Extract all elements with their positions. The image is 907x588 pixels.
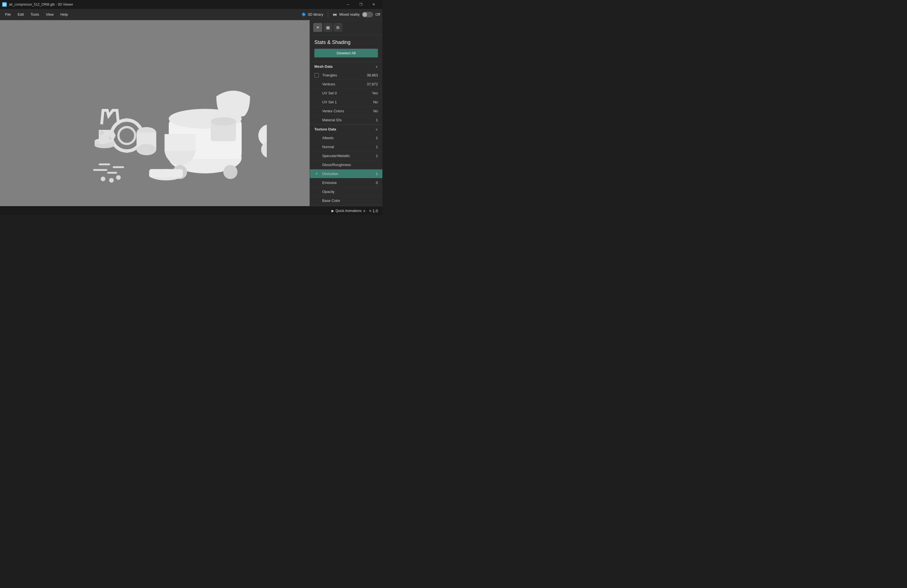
menu-help[interactable]: Help bbox=[58, 11, 71, 18]
svg-point-12 bbox=[119, 127, 135, 144]
normal-value: 1 bbox=[376, 145, 378, 149]
mr-toggle[interactable] bbox=[362, 12, 373, 18]
specular-metallic-value: 1 bbox=[376, 154, 378, 158]
library-button[interactable]: 🔷 3D library bbox=[301, 12, 323, 16]
mesh-data-label: Mesh Data bbox=[314, 64, 333, 69]
table-row[interactable]: Base Color bbox=[310, 196, 382, 205]
table-row[interactable]: Emissive 0 bbox=[310, 178, 382, 187]
table-row[interactable]: Opacity bbox=[310, 187, 382, 196]
app-icon: 3D bbox=[2, 2, 7, 7]
svg-point-33 bbox=[108, 137, 112, 140]
table-row[interactable]: Albedo 1 bbox=[310, 133, 382, 143]
sun-tool-button[interactable]: ☀ bbox=[313, 23, 322, 32]
table-row[interactable]: Specular/Metallic 1 bbox=[310, 152, 382, 160]
triangles-checkbox[interactable] bbox=[314, 73, 319, 78]
texture-data-label: Texture Data bbox=[314, 127, 336, 131]
table-row[interactable]: UV Set 1 No bbox=[310, 98, 382, 107]
mesh-data-chevron: ∨ bbox=[375, 65, 378, 69]
mixed-reality-section: 🥽 Mixed reality Off bbox=[333, 12, 380, 18]
panel-toolbar: ☀ ▦ ⊞ bbox=[310, 20, 382, 35]
grid-tool-button[interactable]: ⊞ bbox=[333, 23, 342, 32]
uv-set-0-value: Yes bbox=[372, 91, 378, 95]
vertex-colors-value: No bbox=[373, 109, 378, 113]
vertex-colors-label: Vertex Colors bbox=[322, 109, 373, 113]
bottom-bar: ▶ Quick Animations ∧ × 1.0 bbox=[0, 206, 382, 215]
svg-rect-4 bbox=[165, 134, 196, 151]
table-row[interactable]: Gloss/Roughness bbox=[310, 160, 382, 170]
emissive-label: Emissive bbox=[322, 181, 376, 185]
library-label: 3D library bbox=[308, 12, 323, 16]
emissive-value: 0 bbox=[376, 181, 378, 185]
title-bar: 3D air_compressor_512_ORM.glb - 3D Viewe… bbox=[0, 0, 382, 9]
occlusion-checkbox[interactable]: ✓ bbox=[314, 171, 319, 176]
menu-edit[interactable]: Edit bbox=[15, 11, 27, 18]
panel-title: Stats & Shading bbox=[310, 35, 382, 49]
material-ids-value: 1 bbox=[376, 118, 378, 122]
albedo-label: Albedo bbox=[322, 136, 376, 140]
specular-metallic-label: Specular/Metallic bbox=[322, 154, 376, 158]
svg-rect-22 bbox=[93, 169, 107, 171]
vertices-label: Vertices bbox=[322, 82, 367, 86]
triangles-value: 38,863 bbox=[367, 73, 378, 77]
menu-tools[interactable]: Tools bbox=[28, 11, 42, 18]
mr-toggle-knob bbox=[362, 12, 367, 17]
svg-point-8 bbox=[223, 165, 237, 179]
table-row[interactable]: ✓ Occlusion 1 bbox=[310, 170, 382, 178]
deselect-all-button[interactable]: Deselect All bbox=[314, 49, 378, 58]
svg-point-32 bbox=[99, 130, 104, 135]
table-row[interactable]: Vertices 37,872 bbox=[310, 80, 382, 89]
right-panel: ☀ ▦ ⊞ Stats & Shading Deselect All Mesh … bbox=[309, 20, 382, 206]
menu-file[interactable]: File bbox=[2, 11, 14, 18]
grid-icon: ⊞ bbox=[336, 25, 340, 30]
quick-anim-chevron-icon: ∧ bbox=[363, 209, 365, 213]
quick-anim-label: Quick Animations bbox=[336, 209, 362, 213]
viewport[interactable] bbox=[0, 20, 309, 206]
uv-set-1-label: UV Set 1 bbox=[322, 100, 373, 104]
texture-data-section-header[interactable]: Texture Data ∨ bbox=[310, 125, 382, 133]
title-bar-left: 3D air_compressor_512_ORM.glb - 3D Viewe… bbox=[2, 2, 73, 7]
uv-set-0-label: UV Set 0 bbox=[322, 91, 372, 95]
triangles-label: Triangles bbox=[322, 73, 367, 77]
model-container bbox=[0, 20, 309, 206]
table-row[interactable]: Vertex Colors No bbox=[310, 107, 382, 115]
svg-point-26 bbox=[116, 175, 121, 180]
menu-view[interactable]: View bbox=[43, 11, 56, 18]
maximize-button[interactable]: ❐ bbox=[354, 0, 367, 9]
base-color-label: Base Color bbox=[322, 199, 378, 203]
menu-left: File Edit Tools View Help bbox=[2, 11, 71, 18]
zoom-level: × 1.0 bbox=[369, 208, 378, 213]
panel-content: Stats & Shading Deselect All Mesh Data ∨… bbox=[310, 35, 382, 206]
menu-right: 🔷 3D library 🥽 Mixed reality Off bbox=[301, 11, 380, 18]
svg-point-6 bbox=[211, 117, 236, 126]
albedo-value: 1 bbox=[376, 136, 378, 140]
material-ids-label: Material IDs bbox=[322, 118, 376, 122]
quick-anim-icon: ▶ bbox=[332, 209, 334, 213]
svg-point-24 bbox=[101, 177, 105, 181]
svg-point-13 bbox=[125, 118, 128, 122]
minimize-button[interactable]: ─ bbox=[341, 0, 354, 9]
mesh-data-section-header[interactable]: Mesh Data ∨ bbox=[310, 62, 382, 71]
3d-model bbox=[43, 29, 267, 197]
normal-label: Normal bbox=[322, 145, 376, 149]
svg-rect-21 bbox=[113, 166, 124, 168]
close-button[interactable]: ✕ bbox=[367, 0, 380, 9]
table-row[interactable]: Material IDs 1 bbox=[310, 115, 382, 125]
quick-animations-button[interactable]: ▶ Quick Animations ∧ bbox=[332, 209, 366, 213]
occlusion-value: 1 bbox=[376, 171, 378, 176]
chart-tool-button[interactable]: ▦ bbox=[323, 23, 332, 32]
mr-icon: 🥽 bbox=[333, 12, 337, 16]
main-area: ☀ ▦ ⊞ Stats & Shading Deselect All Mesh … bbox=[0, 20, 382, 206]
svg-point-14 bbox=[125, 149, 128, 153]
table-row[interactable]: UV Set 0 Yes bbox=[310, 89, 382, 98]
table-row[interactable]: Triangles 38,863 bbox=[310, 71, 382, 80]
uv-set-1-value: No bbox=[373, 100, 378, 104]
title-bar-controls: ─ ❐ ✕ bbox=[341, 0, 380, 9]
window-title: air_compressor_512_ORM.glb - 3D Viewer bbox=[9, 3, 73, 6]
table-row[interactable]: Normal 1 bbox=[310, 143, 382, 152]
svg-rect-20 bbox=[99, 163, 110, 165]
mr-label: Mixed reality bbox=[339, 12, 360, 16]
opacity-label: Opacity bbox=[322, 189, 378, 194]
mr-state: Off bbox=[375, 12, 380, 16]
svg-rect-28 bbox=[149, 169, 183, 178]
sun-icon: ☀ bbox=[316, 25, 320, 30]
